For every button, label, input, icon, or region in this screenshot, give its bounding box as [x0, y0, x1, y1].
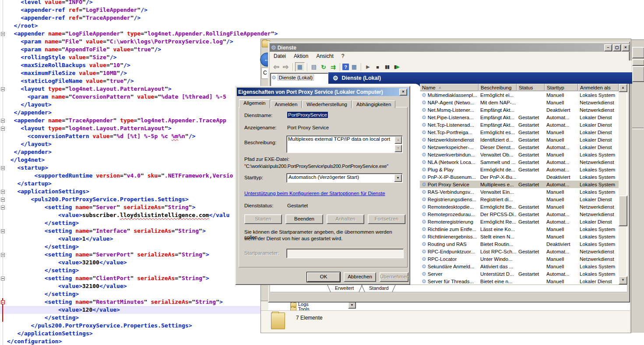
- refresh-icon[interactable]: ↻: [319, 63, 328, 71]
- beenden-service-button[interactable]: Beenden: [285, 214, 323, 224]
- service-row[interactable]: ⚙NAP-Agent (Netwo...Mit dem NAP-...Manue…: [420, 99, 619, 106]
- close-button[interactable]: ×: [622, 44, 630, 51]
- back-icon[interactable]: ⇦: [272, 63, 281, 71]
- dropdown-button[interactable]: ▼: [348, 302, 356, 309]
- service-row[interactable]: ⚙Remotedesktopdie...Ermöglicht Be...Gest…: [420, 203, 619, 210]
- service-row[interactable]: ⚙PnP-X-IP-Busenum...Der PnP-X-Bu...Deakt…: [420, 173, 619, 181]
- service-row[interactable]: ⚙ServerUnterstützt D...GestartetAutomat.…: [420, 270, 619, 277]
- extended-view-icon[interactable]: ▦: [350, 63, 359, 71]
- show-console-tree-icon[interactable]: ▦: [295, 62, 305, 71]
- startparameter-input[interactable]: [286, 249, 404, 258]
- column-header-anmelden-als[interactable]: Anmelden als: [578, 84, 619, 91]
- column-header-name[interactable]: Name▲: [420, 84, 479, 91]
- scrollbar-track[interactable]: [619, 91, 626, 277]
- tab-anmelden[interactable]: Anmelden: [271, 100, 302, 108]
- code-line[interactable]: </root>: [0, 22, 644, 30]
- export-list-icon[interactable]: ⇉: [329, 63, 338, 71]
- menu-item-aktion[interactable]: Aktion: [290, 52, 312, 60]
- service-row[interactable]: ⚙RPC-LocatorUnter Windo...ManuellNetzwer…: [420, 255, 619, 263]
- start-service-icon[interactable]: ▶: [363, 63, 372, 71]
- service-row[interactable]: ⚙Port Proxy ServiceMultiplexes e...Gesta…: [420, 181, 619, 188]
- menu-item-?[interactable]: ?: [338, 52, 348, 60]
- column-header-starttyp[interactable]: Starttyp: [545, 84, 578, 91]
- service-row[interactable]: ⚙Routing und RASBietet Routin...Deaktivi…: [420, 240, 619, 248]
- menu-item-ansicht[interactable]: Ansicht: [312, 52, 337, 60]
- properties-icon[interactable]: ▤: [310, 63, 318, 71]
- tab-abhängigkeiten[interactable]: Abhängigkeiten: [352, 100, 395, 108]
- dialog-close-button[interactable]: ×: [399, 89, 407, 96]
- service-cell-text: Gestartet: [518, 212, 539, 217]
- service-row[interactable]: ⚙Remoteprozedurau...Der RPCSS-Di...Gesta…: [420, 210, 619, 218]
- scroll-down-icon[interactable]: ▼: [394, 145, 402, 152]
- service-row[interactable]: ⚙Net.Tcp-Portfreiga...Ermöglicht es...Ge…: [420, 128, 619, 136]
- service-row[interactable]: ⚙Richtlinienergebniss...Stellt einen N..…: [420, 233, 619, 240]
- fold-toggle-icon[interactable]: [1, 190, 5, 194]
- help-icon[interactable]: ?: [342, 64, 349, 70]
- starten-service-button[interactable]: Starten: [244, 214, 282, 224]
- combobox-dropdown-icon[interactable]: ▼: [394, 174, 402, 182]
- anhalten-service-button[interactable]: Anhalten: [327, 214, 364, 224]
- view-tab-standard[interactable]: Standard: [369, 285, 389, 291]
- startoptions-help-link[interactable]: Unterstützung beim Konfigurieren der Sta…: [244, 191, 385, 196]
- service-row[interactable]: ⚙Sekundäre Anmeld...Aktiviert das ...Man…: [420, 263, 619, 270]
- maximize-button[interactable]: ▢: [613, 44, 621, 51]
- cancel-button[interactable]: Abbrechen: [344, 272, 376, 282]
- dialog-titlebar[interactable]: Eigenschaften von Port Proxy Service (Lo…: [237, 88, 408, 96]
- code-line[interactable]: <appender-ref ref="LogFileAppender"/>: [0, 6, 644, 14]
- list-scrollbar[interactable]: ▲ ▼: [619, 84, 626, 285]
- scroll-up-button[interactable]: ▲: [619, 84, 627, 92]
- view-tab-erweitert[interactable]: Erweitert: [335, 285, 354, 291]
- service-row[interactable]: ⚙RemoteregistrierungErmöglicht Re...Gest…: [420, 218, 619, 225]
- fold-toggle-icon[interactable]: [1, 127, 5, 131]
- fold-toggle-icon[interactable]: [1, 32, 5, 36]
- beschreibung-textarea[interactable]: Multiplexes external TCP/IP data on loca…: [286, 135, 403, 153]
- fold-toggle-icon[interactable]: [1, 206, 5, 210]
- service-row[interactable]: ⚙RAS-Verbindungsv...Verwaltet Ein...Manu…: [420, 188, 619, 196]
- column-header-beschreibung[interactable]: Beschreibung: [479, 84, 517, 91]
- fold-toggle-icon[interactable]: [1, 277, 5, 281]
- code-line[interactable]: <appender-ref ref="TraceAppender"/>: [0, 14, 644, 22]
- code-line[interactable]: </configuration>: [0, 338, 644, 345]
- service-row[interactable]: ⚙Net.Tcp-Listenerad...Empfängt Akt...Ges…: [420, 121, 619, 128]
- service-row[interactable]: ⚙Plug & PlayErmöglicht de...GestartetAut…: [420, 166, 619, 173]
- fortsetzen-service-button[interactable]: Fortsetzen: [368, 214, 405, 224]
- service-row[interactable]: ⚙Netzwerkverbindun...Verwaltet Ob...Gest…: [420, 151, 619, 158]
- service-row[interactable]: ⚙Net.Msmq-Listener...Empfängt Akt...Deak…: [420, 106, 619, 114]
- scroll-down-button[interactable]: ▼: [619, 276, 627, 285]
- tab-wiederherstellung[interactable]: Wiederherstellung: [302, 100, 352, 108]
- code-line[interactable]: <level value="INFO"/>: [0, 0, 644, 6]
- apply-button[interactable]: Übernehmen: [380, 272, 408, 282]
- menu-item-datei[interactable]: Datei: [270, 52, 290, 60]
- service-row[interactable]: ⚙Net.Pipe-Listenera...Empfängt Akt...Ges…: [420, 114, 619, 121]
- service-row[interactable]: ⚙Multimediaklassenpl...Ermöglicht ei...M…: [420, 91, 619, 99]
- services-titlebar[interactable]: ⚙ Dienste – ▢ ×: [270, 43, 631, 52]
- restart-service-icon[interactable]: ▮▶: [392, 63, 401, 71]
- service-row[interactable]: ⚙RPC-Endpunktzuor...Löst RPC-Sch...Gesta…: [420, 248, 619, 255]
- fold-toggle-icon[interactable]: [1, 166, 5, 170]
- pause-service-icon[interactable]: ▮▮: [383, 63, 391, 71]
- code-line[interactable]: <appender name="LogFileAppender" type="l…: [0, 30, 644, 38]
- scroll-up-icon[interactable]: ▲: [394, 136, 402, 144]
- ok-button[interactable]: OK: [307, 272, 340, 282]
- fold-toggle-icon[interactable]: [1, 198, 5, 202]
- service-row[interactable]: ⚙Registrierungsdiens...Registriert di...…: [420, 196, 619, 203]
- scrollbar-thumb[interactable]: [619, 196, 627, 226]
- tab-allgemein[interactable]: Allgemein: [239, 99, 270, 108]
- column-header-status[interactable]: Status: [517, 84, 545, 91]
- service-row[interactable]: ⚙NetzwerklistendienstIdentifiziert d...G…: [420, 136, 619, 143]
- fold-toggle-icon[interactable]: [1, 229, 5, 233]
- fold-toggle-icon[interactable]: [1, 119, 5, 123]
- minimize-button[interactable]: –: [604, 44, 612, 51]
- starttyp-combobox[interactable]: Automatisch (Verzögerter Start) ▼: [286, 173, 403, 183]
- service-row[interactable]: ⚙Richtlinie zum Entfe...Lässt eine Ko...…: [420, 225, 619, 233]
- stop-service-icon[interactable]: ■: [373, 63, 382, 71]
- tree-item-dienste-lokal[interactable]: ⚙ Dienste (Lokal): [271, 73, 328, 82]
- service-row[interactable]: ⚙Netzwerkspeicher-...Dieser Dienst...Ges…: [420, 143, 619, 151]
- fold-toggle-icon[interactable]: [1, 87, 5, 91]
- service-row[interactable]: ⚙Server für Threads...Bietet eine n...Ma…: [420, 277, 619, 285]
- dienstname-value[interactable]: PortProxyService: [287, 112, 328, 118]
- fold-toggle-icon[interactable]: [1, 300, 5, 304]
- fold-toggle-icon[interactable]: [1, 253, 5, 257]
- service-row[interactable]: ⚙NLA (Network Loca...Sammelt und ...Gest…: [420, 158, 619, 166]
- forward-icon[interactable]: ⇨: [282, 63, 290, 71]
